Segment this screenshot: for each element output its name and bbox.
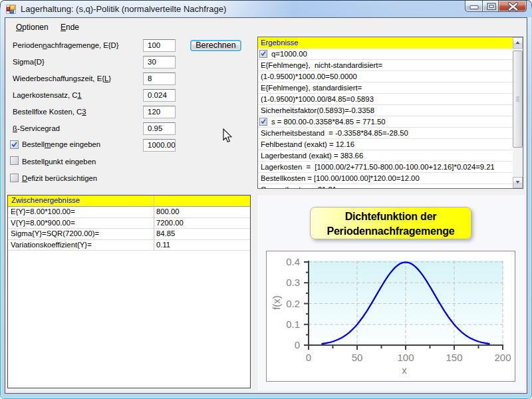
svg-text:50: 50 <box>352 352 363 363</box>
svg-text:x: x <box>402 364 407 376</box>
svg-text:0.3: 0.3 <box>286 277 300 288</box>
svg-text:0.4: 0.4 <box>286 256 300 267</box>
svg-text:0: 0 <box>295 339 300 350</box>
svg-text:200: 200 <box>494 352 511 363</box>
svg-text:0.1: 0.1 <box>286 319 300 330</box>
svg-text:100: 100 <box>397 352 414 363</box>
svg-text:0.2: 0.2 <box>286 298 300 309</box>
svg-text:0: 0 <box>306 352 311 363</box>
svg-text:150: 150 <box>446 352 462 363</box>
svg-text:f(x): f(x) <box>271 295 282 310</box>
